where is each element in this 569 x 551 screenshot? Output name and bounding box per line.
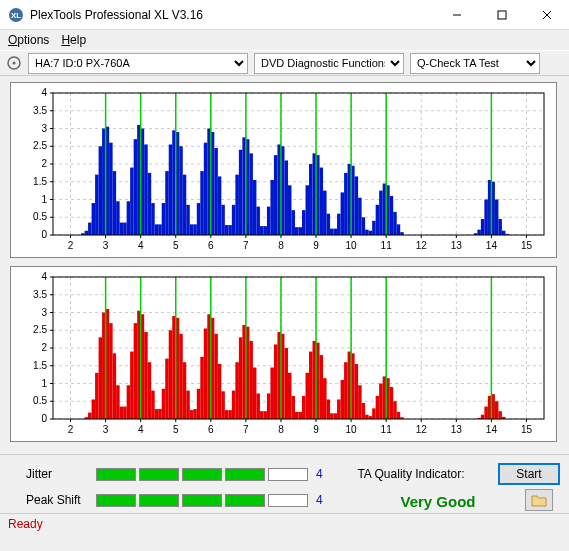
svg-rect-99 [158, 224, 162, 235]
svg-rect-85 [109, 143, 113, 235]
svg-rect-323 [309, 352, 313, 419]
menu-options[interactable]: Options [8, 33, 49, 47]
maximize-button[interactable] [479, 0, 524, 30]
svg-rect-101 [165, 171, 169, 235]
svg-rect-166 [393, 212, 397, 235]
ta-indicator-label: TA Quality Indicator: [336, 467, 486, 481]
svg-rect-309 [260, 411, 264, 419]
svg-rect-311 [267, 393, 271, 419]
svg-text:1.5: 1.5 [33, 360, 47, 371]
svg-rect-328 [327, 399, 331, 419]
svg-text:10: 10 [346, 424, 358, 435]
svg-text:12: 12 [416, 240, 428, 251]
svg-rect-291 [197, 389, 201, 419]
svg-rect-319 [295, 412, 299, 419]
svg-rect-107 [186, 205, 190, 235]
svg-text:2.5: 2.5 [33, 140, 47, 151]
svg-rect-272 [130, 352, 134, 419]
save-folder-button[interactable] [525, 489, 553, 511]
svg-rect-346 [390, 387, 394, 419]
function-select[interactable]: DVD Diagnostic Functions [254, 53, 404, 74]
svg-text:3.5: 3.5 [33, 289, 47, 300]
svg-rect-273 [134, 323, 138, 419]
svg-rect-152 [344, 173, 348, 235]
svg-rect-120 [232, 205, 236, 235]
test-select[interactable]: Q-Check TA Test [410, 53, 540, 74]
svg-text:1: 1 [41, 194, 47, 205]
svg-text:13: 13 [451, 424, 463, 435]
svg-text:9: 9 [313, 240, 319, 251]
drive-icon [6, 55, 22, 71]
svg-rect-91 [130, 168, 134, 235]
svg-text:1: 1 [41, 378, 47, 389]
svg-rect-147 [327, 214, 331, 235]
svg-rect-100 [162, 203, 166, 235]
svg-rect-298 [221, 391, 225, 419]
svg-rect-341 [372, 408, 376, 419]
svg-rect-162 [379, 191, 383, 235]
svg-rect-336 [355, 364, 359, 419]
svg-rect-129 [263, 226, 267, 235]
device-select[interactable]: HA:7 ID:0 PX-760A [28, 53, 248, 74]
svg-rect-342 [376, 396, 380, 419]
svg-text:8: 8 [278, 424, 284, 435]
svg-text:4: 4 [138, 424, 144, 435]
svg-rect-316 [284, 348, 288, 419]
svg-rect-111 [200, 171, 204, 235]
menu-help[interactable]: Help [61, 33, 86, 47]
svg-text:3.5: 3.5 [33, 105, 47, 116]
svg-rect-300 [228, 410, 232, 419]
svg-rect-89 [123, 223, 127, 235]
close-button[interactable] [524, 0, 569, 30]
svg-rect-110 [197, 203, 201, 235]
svg-rect-297 [218, 364, 222, 419]
svg-text:11: 11 [381, 424, 393, 435]
svg-rect-80 [92, 203, 96, 235]
svg-rect-81 [95, 175, 99, 235]
svg-text:11: 11 [381, 240, 393, 251]
svg-rect-115 [214, 148, 218, 235]
svg-rect-347 [393, 401, 397, 419]
svg-text:5: 5 [173, 424, 179, 435]
svg-text:10: 10 [346, 240, 358, 251]
svg-rect-263 [99, 337, 103, 419]
minimize-button[interactable] [434, 0, 479, 30]
svg-rect-78 [85, 231, 89, 235]
toolbar: HA:7 ID:0 PX-760A DVD Diagnostic Functio… [0, 50, 569, 76]
svg-rect-131 [270, 180, 274, 235]
svg-rect-287 [183, 362, 187, 419]
svg-rect-177 [502, 231, 506, 235]
svg-rect-138 [295, 227, 299, 235]
svg-rect-97 [151, 203, 155, 235]
start-button[interactable]: Start [498, 463, 560, 485]
svg-rect-277 [148, 362, 152, 419]
svg-rect-280 [158, 409, 162, 419]
folder-icon [531, 493, 547, 507]
svg-rect-306 [249, 341, 253, 419]
svg-rect-270 [123, 407, 127, 419]
svg-text:3: 3 [103, 240, 109, 251]
svg-rect-3 [498, 11, 506, 19]
svg-rect-121 [235, 175, 239, 235]
svg-rect-145 [320, 168, 324, 235]
svg-rect-112 [204, 143, 208, 235]
svg-text:14: 14 [486, 240, 498, 251]
svg-rect-176 [498, 219, 502, 235]
svg-text:2: 2 [68, 424, 74, 435]
svg-rect-87 [116, 201, 120, 235]
window-title: PlexTools Professional XL V3.16 [30, 8, 434, 22]
svg-rect-318 [291, 396, 295, 419]
svg-rect-79 [88, 223, 92, 235]
svg-rect-356 [498, 411, 502, 419]
svg-rect-157 [362, 217, 366, 235]
svg-text:4: 4 [41, 271, 47, 282]
svg-rect-151 [341, 192, 345, 235]
peak-shift-label: Peak Shift [26, 493, 96, 507]
svg-rect-279 [155, 409, 159, 419]
svg-rect-283 [169, 330, 173, 419]
svg-text:1.5: 1.5 [33, 176, 47, 187]
svg-rect-118 [225, 225, 229, 235]
svg-rect-339 [365, 415, 369, 419]
svg-text:2.5: 2.5 [33, 324, 47, 335]
svg-rect-170 [477, 230, 481, 235]
